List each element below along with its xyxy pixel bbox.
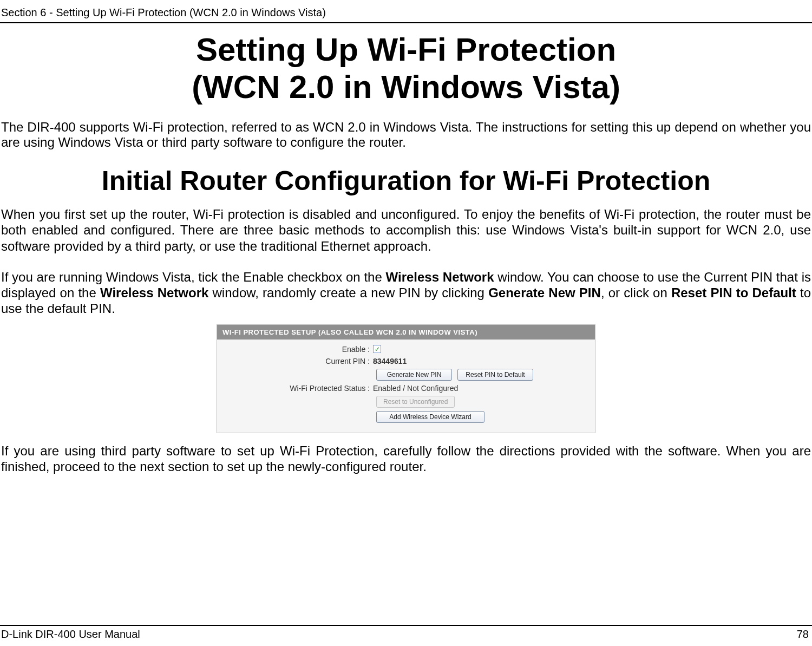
panel-header: WI-FI PROTECTED SETUP (ALSO CALLED WCN 2…: [217, 325, 595, 340]
para2-bold-1: Wireless Network: [386, 270, 494, 284]
generate-new-pin-button[interactable]: Generate New PIN: [376, 369, 452, 381]
section-header: Section 6 - Setting Up Wi-Fi Protection …: [0, 6, 812, 23]
status-row: Wi-Fi Protected Status : Enabled / Not C…: [232, 384, 580, 393]
para2-text: window, randomly create a new PIN by cli…: [208, 285, 488, 300]
pin-buttons-row: Generate New PIN Reset PIN to Default: [232, 369, 580, 381]
page-title-line1: Setting Up Wi-Fi Protection: [0, 31, 812, 68]
reset-unconfigured-button: Reset to Unconfigured: [376, 396, 455, 408]
page-footer: D-Link DIR-400 User Manual 78: [0, 625, 812, 641]
add-wizard-row: Add Wireless Device Wizard: [232, 411, 580, 423]
current-pin-label: Current PIN :: [232, 357, 373, 366]
body-paragraph-1: When you first set up the router, Wi-Fi …: [0, 206, 812, 254]
section-subtitle: Initial Router Configuration for Wi-Fi P…: [0, 165, 812, 197]
footer-left: D-Link DIR-400 User Manual: [1, 628, 140, 641]
add-wireless-wizard-button[interactable]: Add Wireless Device Wizard: [376, 411, 484, 423]
enable-row: Enable : ✓: [232, 345, 580, 354]
current-pin-value: 83449611: [373, 357, 407, 366]
para2-bold-3: Generate New PIN: [488, 285, 601, 300]
enable-label: Enable :: [232, 345, 373, 354]
enable-checkbox[interactable]: ✓: [373, 345, 381, 353]
page-title-line2: (WCN 2.0 in Windows Vista): [0, 68, 812, 106]
status-label: Wi-Fi Protected Status :: [232, 384, 373, 393]
reset-pin-default-button[interactable]: Reset PIN to Default: [457, 369, 533, 381]
para2-text: , or click on: [601, 285, 671, 300]
router-config-panel: WI-FI PROTECTED SETUP (ALSO CALLED WCN 2…: [217, 324, 595, 433]
intro-paragraph: The DIR-400 supports Wi-Fi protection, r…: [0, 120, 812, 150]
para2-bold-4: Reset PIN to Default: [671, 285, 796, 300]
status-value: Enabled / Not Configured: [373, 384, 458, 393]
para2-text: If you are running Windows Vista, tick t…: [1, 270, 386, 284]
para2-bold-2: Wireless Network: [100, 285, 208, 300]
reset-unconfig-row: Reset to Unconfigured: [232, 396, 580, 408]
body-paragraph-3: If you are using third party software to…: [0, 443, 812, 475]
current-pin-row: Current PIN : 83449611: [232, 357, 580, 366]
footer-page-number: 78: [797, 628, 809, 641]
body-paragraph-2: If you are running Windows Vista, tick t…: [0, 269, 812, 317]
